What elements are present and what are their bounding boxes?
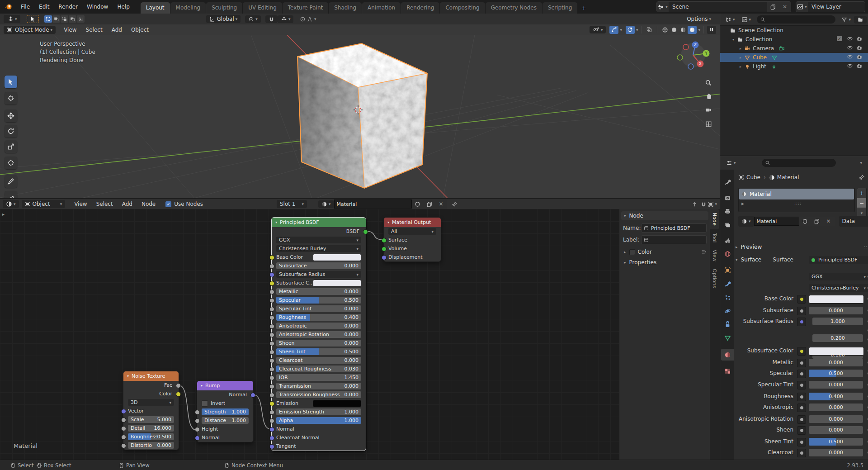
sidebar-collapse-arrow[interactable]: ▸ xyxy=(2,212,5,217)
node-value-distance[interactable]: Distance1.000 xyxy=(202,417,249,424)
toggle-ortho-icon[interactable] xyxy=(703,118,714,130)
shading-wireframe-button[interactable] xyxy=(660,26,670,34)
display-mode-dropdown[interactable]: Data ▾ xyxy=(839,216,868,227)
workspace-tab-rendering[interactable]: Rendering xyxy=(401,2,439,14)
prop-dropdown-ggx[interactable]: GGX▾ xyxy=(809,273,868,280)
eye-toggle-icon[interactable] xyxy=(847,54,853,60)
viewport-menu-add[interactable]: Add xyxy=(107,25,127,35)
node-socket-in[interactable] xyxy=(121,426,126,431)
node-socket-in[interactable] xyxy=(195,436,200,441)
shader-menu-select[interactable]: Select xyxy=(92,199,118,209)
eye-toggle-icon[interactable] xyxy=(847,45,853,51)
proportional-editing-toggle[interactable] xyxy=(298,15,307,23)
properties-tab-texture[interactable] xyxy=(721,365,734,377)
expand-arrow-icon[interactable]: ▾ xyxy=(730,38,736,42)
properties-tab-scene[interactable] xyxy=(721,234,734,246)
properties-tab-output[interactable] xyxy=(721,205,734,217)
node-name-field[interactable]: Principled BSDF xyxy=(641,223,707,233)
outliner-search-input[interactable] xyxy=(757,15,835,24)
new-collection-button[interactable] xyxy=(854,16,867,24)
prop-value-sheen[interactable]: 0.000 xyxy=(809,426,863,434)
workspace-tab-sculpting[interactable]: Sculpting xyxy=(206,2,242,14)
select-mode-invert[interactable] xyxy=(69,15,76,23)
node-socket-in[interactable] xyxy=(269,384,274,389)
properties-tab-object[interactable] xyxy=(721,264,734,276)
properties-options-dropdown[interactable]: ▾ xyxy=(860,161,862,165)
checkbox-toggle-icon[interactable]: ✓ xyxy=(837,36,842,41)
pin-icon[interactable] xyxy=(452,201,458,207)
transform-orientation-dropdown[interactable]: Global ▾ xyxy=(206,15,241,23)
collapse-node-icon[interactable]: ▾ xyxy=(387,220,389,224)
node-socket-in[interactable] xyxy=(382,255,387,260)
snap-toggle[interactable] xyxy=(265,15,278,23)
node-value-emission-strength[interactable]: Emission Strength1.000 xyxy=(276,408,361,415)
node-socket-in[interactable] xyxy=(269,264,274,269)
unlink-scene-icon[interactable]: ✕ xyxy=(779,2,791,12)
node-socket-in[interactable] xyxy=(269,307,274,312)
node-socket-in[interactable] xyxy=(269,444,274,449)
expand-arrow-icon[interactable]: ▸ xyxy=(737,65,744,69)
node-value-roughness[interactable]: Roughness0.500 xyxy=(128,433,174,440)
material-name-field[interactable]: Material xyxy=(754,217,799,226)
prop-dropdown-christensen-burley[interactable]: Christensen-Burley▾ xyxy=(809,284,868,292)
tool-measure-button[interactable] xyxy=(5,191,17,198)
fake-user-shield-icon[interactable] xyxy=(412,199,424,209)
slot-grip[interactable]: :::: xyxy=(744,201,852,206)
browse-material-dropdown[interactable]: ▾ xyxy=(738,216,754,227)
prop-value-clearcoat[interactable]: 0.000 xyxy=(809,449,863,456)
node-value-sheen[interactable]: Sheen0.000 xyxy=(276,340,361,347)
eye-toggle-icon[interactable] xyxy=(847,63,853,69)
node-value-subsurface[interactable]: Subsurface0.000 xyxy=(276,262,361,269)
material-browse-dropdown[interactable]: ▾ xyxy=(318,200,334,208)
select-mode-intersect[interactable] xyxy=(77,15,85,23)
link-socket-button[interactable] xyxy=(797,295,806,304)
link-socket-button[interactable] xyxy=(797,359,806,367)
node-socket-in[interactable] xyxy=(382,238,387,243)
select-mode-subtract[interactable] xyxy=(61,15,68,23)
scene-selector[interactable]: ▾ Scene ✕ xyxy=(656,1,791,12)
node-value-transmission-roughness[interactable]: Transmission Roughness0.000 xyxy=(276,391,361,398)
node-socket-in[interactable] xyxy=(195,418,200,423)
shader-menu-view[interactable]: View xyxy=(70,199,91,209)
shading-dropdown[interactable]: ▾ xyxy=(698,28,700,32)
snap-target-dropdown[interactable]: ▾ xyxy=(278,15,294,23)
link-socket-button[interactable] xyxy=(797,318,806,326)
options-dropdown[interactable]: Options▾ xyxy=(684,15,714,23)
viewport-menu-select[interactable]: Select xyxy=(81,25,107,35)
link-socket-button[interactable] xyxy=(797,449,806,457)
node-socket-in[interactable] xyxy=(195,410,200,415)
prop-value-roughness[interactable]: 0.400 xyxy=(809,393,863,400)
cube-object[interactable] xyxy=(289,36,434,195)
node-socket-in[interactable] xyxy=(269,410,274,415)
node-socket-in[interactable] xyxy=(269,341,274,346)
node-value-roughness[interactable]: Roughness0.400 xyxy=(276,314,361,321)
node-panel-header[interactable]: ▾ Node xyxy=(621,211,708,220)
node-socket-in[interactable] xyxy=(121,435,126,440)
properties-editor-type-dropdown[interactable]: ▾ xyxy=(723,159,739,167)
menu-help[interactable]: Help xyxy=(113,2,134,12)
shading-material-button[interactable] xyxy=(679,26,688,34)
prop-value-specular[interactable]: 0.500 xyxy=(809,370,863,377)
slot-dropdown[interactable]: Slot 1▾ xyxy=(277,200,307,208)
tool-transform-button[interactable] xyxy=(5,157,17,169)
node-socket-out[interactable] xyxy=(176,383,181,388)
node-header-bump[interactable]: ▾Bump xyxy=(197,381,253,390)
zoom-icon[interactable] xyxy=(703,77,714,89)
prop-value-anisotropic-rotation[interactable]: 0.000 xyxy=(809,415,863,423)
node-socket-in[interactable] xyxy=(269,324,274,329)
object-visibility-dropdown[interactable]: ▾ xyxy=(590,26,606,33)
node-link[interactable] xyxy=(178,385,197,430)
node-value-anisotropic-rotation[interactable]: Anisotropic Rotation0.000 xyxy=(276,331,361,338)
camera-toggle-icon[interactable] xyxy=(856,63,863,69)
node-value-clearcoat[interactable]: Clearcoat0.000 xyxy=(276,357,361,364)
properties-tab-constraints[interactable] xyxy=(721,318,734,330)
node-socket-in[interactable] xyxy=(269,375,274,380)
node-value-strength[interactable]: Strength1.000 xyxy=(202,408,249,415)
select-mode-extend[interactable] xyxy=(52,15,60,23)
link-socket-button[interactable] xyxy=(797,370,806,378)
node-color-base-color[interactable] xyxy=(313,254,361,261)
camera-view-icon[interactable] xyxy=(703,104,714,116)
node-socket-in[interactable] xyxy=(382,247,387,252)
material-slot-item[interactable]: Material xyxy=(739,189,854,199)
shader-menu-add[interactable]: Add xyxy=(118,199,137,209)
